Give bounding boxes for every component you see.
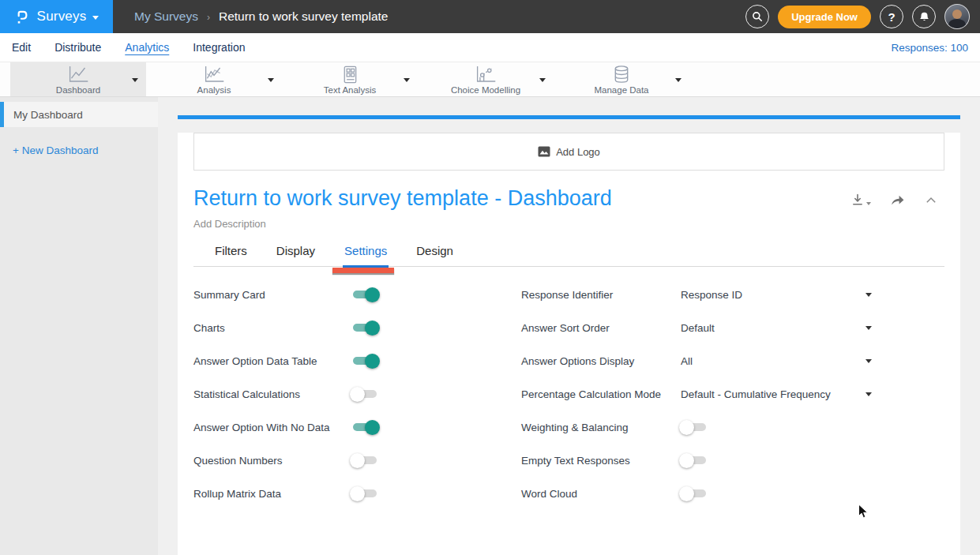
responses-count-link[interactable]: Responses: 100	[891, 42, 968, 54]
setting-label: Answer Option With No Data	[193, 422, 351, 433]
top-header-bar: Surveys My Surveys › Return to work surv…	[0, 0, 980, 33]
setting-row: Empty Text Responses	[521, 444, 872, 477]
card-body: Add Logo Return to work survey template …	[178, 133, 960, 555]
setting-row: Question Numbers	[193, 444, 521, 477]
tab-settings[interactable]: Settings	[344, 244, 387, 266]
dashboard-sidebar: My Dashboard + New Dashboard	[0, 97, 158, 555]
share-button[interactable]	[890, 193, 905, 206]
help-icon: ?	[888, 10, 895, 24]
setting-label: Statistical Calculations	[193, 388, 351, 400]
upgrade-now-button[interactable]: Upgrade Now	[778, 6, 871, 28]
product-name: Surveys	[37, 9, 87, 24]
toolbar-item-label: Analysis	[197, 85, 231, 95]
sidebar-item-my-dashboard[interactable]: My Dashboard	[0, 102, 158, 127]
setting-row: Weighting & Balancing	[521, 411, 872, 444]
toolbar-item-label: Choice Modelling	[451, 85, 520, 95]
chevron-down-icon[interactable]	[865, 392, 872, 396]
dropdown-response-identifier[interactable]: Response ID	[681, 289, 865, 301]
setting-row: Summary Card	[193, 278, 521, 311]
dropdown-answer-options-display[interactable]: All	[681, 355, 865, 367]
setting-row: Statistical Calculations	[193, 377, 521, 411]
toolbar-item-analysis[interactable]: Analysis	[146, 62, 282, 96]
toolbar-item-label: Text Analysis	[324, 85, 376, 95]
survey-section-nav: Edit Distribute Analytics Integration Re…	[0, 33, 980, 62]
help-button[interactable]: ?	[880, 5, 903, 28]
tab-filters[interactable]: Filters	[215, 244, 247, 266]
tab-design[interactable]: Design	[416, 244, 453, 266]
bell-icon	[918, 10, 931, 24]
setting-label: Answer Options Display	[521, 355, 681, 367]
toolbar-item-manage-data[interactable]: Manage Data	[554, 62, 689, 96]
nav-edit[interactable]: Edit	[12, 41, 31, 54]
analysis-chart-icon	[201, 65, 227, 85]
setting-row: Word Cloud	[521, 477, 872, 510]
breadcrumb: My Surveys › Return to work survey templ…	[134, 9, 388, 24]
download-button[interactable]	[850, 193, 871, 207]
nav-distribute[interactable]: Distribute	[54, 41, 101, 54]
dashboard-chart-icon	[65, 65, 92, 85]
dropdown-percentage-calculation-mode[interactable]: Default - Cumulative Frequency	[681, 388, 865, 400]
setting-label: Question Numbers	[193, 455, 351, 467]
chevron-down-icon[interactable]	[539, 78, 546, 82]
tab-display[interactable]: Display	[276, 244, 315, 266]
toggle-question-numbers[interactable]	[351, 455, 378, 467]
title-row: Return to work survey template - Dashboa…	[193, 186, 944, 211]
image-placeholder-icon	[538, 146, 550, 157]
nav-analytics[interactable]: Analytics	[125, 41, 169, 54]
setting-row: Charts	[193, 311, 521, 344]
setting-row: Answer Sort Order Default	[521, 311, 872, 344]
toggle-rollup-matrix-data[interactable]	[351, 488, 378, 500]
choice-modelling-scatter-icon	[472, 65, 499, 85]
chevron-down-icon[interactable]	[404, 78, 410, 82]
setting-label: Charts	[193, 322, 351, 334]
collapse-panel-button[interactable]	[924, 194, 938, 205]
chevron-down-icon[interactable]	[132, 78, 138, 82]
nav-integration[interactable]: Integration	[193, 41, 245, 54]
chevron-down-icon[interactable]	[865, 293, 872, 297]
toggle-charts[interactable]	[351, 322, 378, 334]
setting-label: Word Cloud	[521, 488, 681, 500]
workspace: My Dashboard + New Dashboard Add Logo Re…	[0, 97, 980, 555]
notifications-button[interactable]	[912, 5, 936, 28]
toolbar-item-dashboard[interactable]: Dashboard	[10, 62, 146, 96]
dashboard-tabs: Filters Display Settings Design	[193, 244, 944, 267]
chevron-down-icon[interactable]	[675, 78, 681, 82]
setting-label: Answer Sort Order	[521, 322, 681, 334]
new-dashboard-button[interactable]: + New Dashboard	[13, 144, 158, 156]
avatar-shoulders	[948, 19, 966, 29]
breadcrumb-parent-link[interactable]: My Surveys	[134, 9, 198, 24]
page: { "header": { "product_label": "Surveys"…	[0, 0, 980, 555]
breadcrumb-current: Return to work survey template	[219, 9, 389, 24]
brand-menu[interactable]: Surveys	[0, 0, 113, 33]
download-icon	[850, 193, 865, 207]
settings-form: Summary Card Charts Answer Option Data T…	[193, 267, 944, 510]
chevron-down-icon[interactable]	[268, 78, 274, 82]
settings-right-column: Response Identifier Response ID Answer S…	[521, 278, 944, 510]
setting-row: Percentage Calculation Mode Default - Cu…	[521, 377, 872, 411]
setting-row: Response Identifier Response ID	[521, 278, 872, 311]
avatar-head	[952, 9, 962, 19]
avatar[interactable]	[944, 4, 970, 29]
toolbar-item-choice-modelling[interactable]: Choice Modelling	[418, 62, 554, 96]
chevron-down-icon[interactable]	[865, 326, 872, 330]
toolbar-item-text-analysis[interactable]: Text Analysis	[282, 62, 418, 96]
setting-label: Empty Text Responses	[521, 455, 681, 467]
toggle-word-cloud[interactable]	[681, 488, 708, 500]
toggle-answer-option-with-no-data[interactable]	[351, 422, 378, 433]
toggle-empty-text-responses[interactable]	[681, 455, 708, 467]
setting-row: Answer Option With No Data	[193, 411, 521, 444]
toolbar-item-label: Manage Data	[594, 85, 648, 95]
page-title[interactable]: Return to work survey template - Dashboa…	[193, 186, 612, 211]
toggle-statistical-calculations[interactable]	[351, 388, 378, 400]
add-description-field[interactable]: Add Description	[193, 218, 944, 230]
setting-label: Response Identifier	[521, 289, 681, 301]
chevron-down-icon[interactable]	[865, 359, 872, 363]
toggle-answer-option-data-table[interactable]	[351, 355, 378, 367]
toggle-summary-card[interactable]	[351, 289, 378, 301]
toggle-weighting-balancing[interactable]	[681, 422, 708, 433]
search-button[interactable]	[745, 5, 769, 28]
add-logo-button[interactable]: Add Logo	[193, 133, 944, 171]
setting-label: Summary Card	[193, 289, 351, 301]
dropdown-answer-sort-order[interactable]: Default	[681, 322, 865, 334]
add-logo-label: Add Logo	[556, 146, 600, 158]
